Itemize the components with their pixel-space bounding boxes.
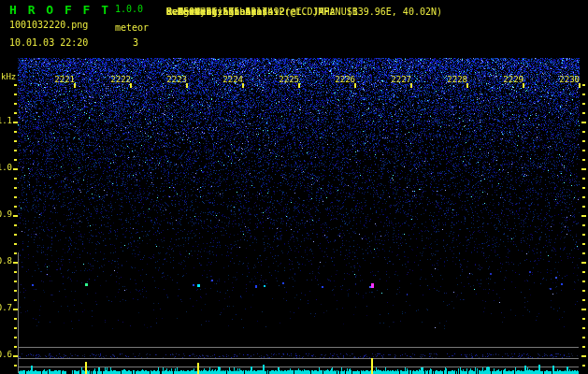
hrofft-window: H R O F F T 1.0.0 1001032220.png meteor … [0,0,588,374]
y-tick-label: 0.9 [0,209,12,219]
x-tick-label: 2224 [222,75,243,84]
app-title: H R O F F T [9,3,110,17]
datetime-label: 10.01.03 22:20 [9,37,88,48]
app-version: 1.0.0 [115,4,143,14]
y-tick-label: 0.7 [0,303,12,312]
x-tick-label: 2222 [110,75,131,84]
y-tick-label: 1.1 [0,116,12,125]
output-filename: 1001032220.png [9,20,88,30]
y-tick-label: 1.0 [0,163,12,172]
x-tick-label: 2227 [391,75,411,84]
x-tick-label: 2230 [559,75,580,84]
y-tick-label: 0.6 [0,350,12,359]
y-axis-unit-label: kHz [1,72,16,81]
mode-label: meteor [115,22,149,33]
x-tick-label: 2223 [166,75,187,84]
x-tick-label: 2226 [335,75,355,84]
x-tick-label: 2228 [447,75,467,84]
spectrogram-canvas [0,0,588,374]
y-tick-label: 0.8 [0,256,12,266]
meteor-count: 3 [133,37,138,48]
x-tick-label: 2229 [503,75,523,84]
x-tick-label: 2225 [279,75,299,84]
x-tick-label: 2221 [54,75,75,84]
info-value: : A504HB(yagi 4el) [166,7,267,17]
